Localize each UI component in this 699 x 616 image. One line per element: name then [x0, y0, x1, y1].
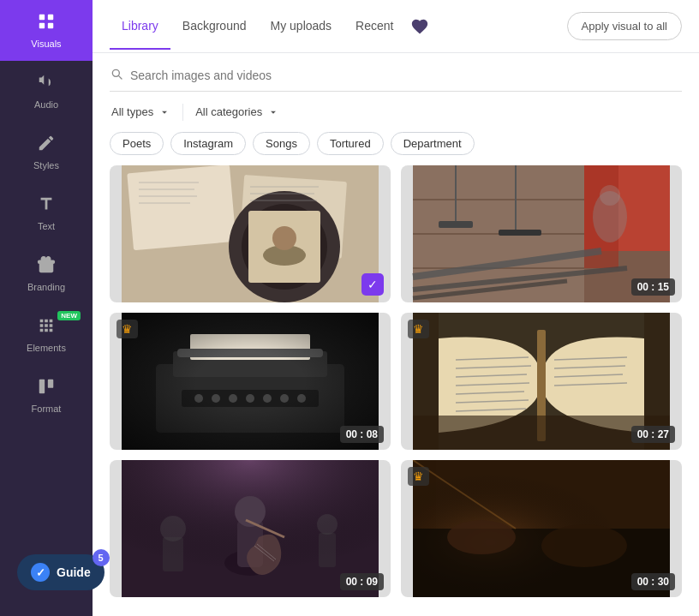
apply-visual-button[interactable]: Apply visual to all — [567, 12, 682, 40]
media-grid-container: ✓ — [93, 165, 699, 616]
new-badge: NEW — [57, 311, 81, 320]
format-icon — [37, 377, 56, 400]
media-card-2[interactable]: 00 : 15 — [401, 165, 682, 302]
crown-badge-6: ♛ — [408, 467, 429, 486]
media-grid: ✓ — [110, 165, 682, 597]
sidebar-item-text-label: Text — [38, 221, 55, 231]
elements-icon — [37, 316, 56, 339]
sidebar-item-audio-label: Audio — [34, 99, 58, 110]
guide-check-icon: ✓ — [31, 563, 50, 582]
tab-my-uploads[interactable]: My uploads — [259, 3, 344, 50]
search-bar — [110, 67, 682, 92]
sidebar-item-elements[interactable]: NEW Elements — [0, 304, 93, 365]
media-card-3[interactable]: ♛ 00 : 08 — [110, 313, 391, 450]
tag-tortured[interactable]: Tortured — [317, 132, 384, 155]
guide-label: Guide — [57, 565, 91, 579]
filters-row: All types All categories — [110, 102, 682, 122]
search-input[interactable] — [130, 69, 682, 82]
tabs-bar: Library Background My uploads Recent App… — [93, 0, 699, 53]
favorites-heart-icon[interactable] — [410, 17, 429, 36]
svg-rect-82 — [319, 533, 336, 567]
sidebar-item-audio[interactable]: Audio — [0, 61, 93, 122]
svg-rect-4 — [39, 380, 45, 394]
svg-rect-1 — [48, 15, 53, 20]
category-filter[interactable]: All categories — [194, 102, 281, 122]
tag-poets[interactable]: Poets — [110, 132, 164, 155]
sidebar-item-text[interactable]: Text — [0, 182, 93, 243]
crown-badge-3: ♛ — [116, 320, 138, 338]
media-card-6[interactable]: ♛ 00 : 30 — [401, 460, 682, 597]
selected-badge-1: ✓ — [361, 273, 384, 296]
svg-rect-7 — [127, 165, 236, 250]
duration-badge-3: 00 : 08 — [340, 426, 384, 443]
search-area: All types All categories — [93, 53, 699, 132]
sidebar-item-styles[interactable]: Styles — [0, 122, 93, 182]
search-icon — [110, 67, 123, 84]
svg-rect-33 — [499, 230, 541, 236]
tag-songs[interactable]: Songs — [253, 132, 310, 155]
svg-rect-0 — [39, 15, 45, 20]
media-card-4[interactable]: ♛ 00 : 27 — [401, 313, 682, 450]
duration-badge-6: 00 : 30 — [631, 573, 675, 590]
duration-badge-4: 00 : 27 — [631, 426, 675, 443]
sidebar-item-format[interactable]: Format — [0, 365, 93, 426]
type-filter[interactable]: All types — [110, 102, 172, 122]
guide-count-badge: 5 — [93, 549, 110, 566]
tab-library[interactable]: Library — [110, 3, 170, 50]
sidebar-item-visuals[interactable]: Visuals — [0, 0, 93, 61]
text-icon — [37, 194, 56, 218]
svg-rect-2 — [39, 23, 45, 28]
sidebar-item-elements-label: Elements — [27, 343, 66, 353]
tag-department[interactable]: Department — [391, 132, 475, 155]
main-content: Library Background My uploads Recent App… — [93, 0, 699, 616]
sidebar-item-branding-label: Branding — [27, 282, 65, 292]
audio-icon — [37, 73, 56, 96]
duration-badge-5: 00 : 09 — [340, 573, 384, 590]
svg-point-15 — [272, 226, 296, 250]
guide-button[interactable]: ✓ Guide 5 — [17, 554, 105, 590]
svg-rect-3 — [48, 23, 53, 28]
svg-point-88 — [541, 524, 627, 567]
sidebar-item-branding[interactable]: Branding — [0, 243, 93, 304]
svg-point-35 — [600, 185, 620, 206]
tag-instagram[interactable]: Instagram — [170, 132, 246, 155]
svg-rect-31 — [439, 221, 473, 228]
visuals-icon — [37, 12, 56, 35]
svg-point-81 — [317, 514, 338, 535]
media-card-1[interactable]: ✓ — [110, 165, 391, 302]
svg-rect-80 — [163, 537, 183, 571]
sidebar-item-styles-label: Styles — [33, 160, 59, 170]
tab-recent[interactable]: Recent — [344, 3, 405, 50]
svg-rect-5 — [48, 380, 53, 388]
tag-filters: Poets Instagram Songs Tortured Departmen… — [93, 132, 699, 165]
media-card-5[interactable]: 00 : 09 — [110, 460, 391, 597]
crown-badge-4: ♛ — [408, 320, 429, 338]
duration-badge-2: 00 : 15 — [631, 278, 675, 296]
styles-icon — [37, 134, 56, 157]
branding-icon — [37, 255, 56, 278]
tab-background[interactable]: Background — [170, 3, 259, 50]
svg-point-87 — [447, 520, 516, 554]
sidebar-item-format-label: Format — [32, 404, 62, 414]
filter-divider — [182, 104, 183, 121]
sidebar-item-visuals-label: Visuals — [31, 39, 61, 49]
sidebar: Visuals Audio Styles Text Branding NEW E… — [0, 0, 93, 616]
